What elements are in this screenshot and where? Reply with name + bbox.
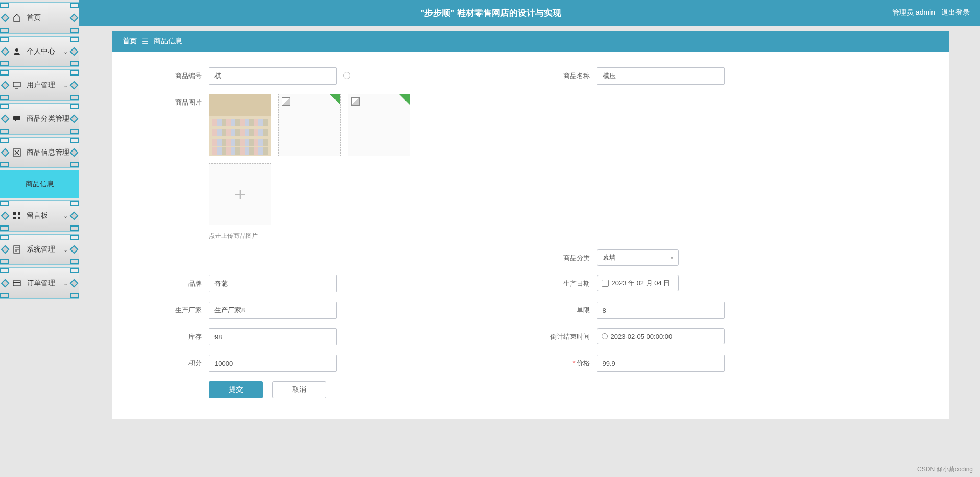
nav-order-mgmt[interactable]: 订单管理 ⌄	[0, 267, 79, 299]
label-prod-date: 生产日期	[546, 275, 590, 288]
input-price[interactable]	[597, 355, 725, 372]
app-title: "步步顺" 鞋材零售网店的设计与实现	[89, 7, 892, 19]
header: "步步顺" 鞋材零售网店的设计与实现 管理员 admin 退出登录	[0, 0, 980, 26]
label-points: 积分	[158, 355, 202, 368]
input-product-no[interactable]	[209, 67, 337, 85]
svg-rect-9	[13, 281, 20, 286]
breadcrumb-current: 商品信息	[154, 37, 182, 46]
svg-rect-7	[18, 217, 20, 219]
label-product-img: 商品图片	[158, 94, 202, 107]
calendar-icon	[602, 280, 609, 287]
chat-icon	[12, 114, 21, 123]
label-product-no: 商品编号	[158, 67, 202, 81]
breadcrumb: 首页 ☰ 商品信息	[112, 31, 949, 52]
svg-point-0	[15, 48, 18, 52]
label-stock: 库存	[158, 328, 202, 341]
input-stock[interactable]	[209, 328, 337, 345]
nav-sub-label: 商品信息	[26, 180, 54, 189]
product-image-1[interactable]	[209, 94, 271, 156]
nav-message-board[interactable]: 留言板 ⌄	[0, 200, 79, 232]
input-manufacturer[interactable]	[209, 302, 337, 319]
nav-label: 用户管理	[27, 81, 55, 90]
chevron-down-icon: ⌄	[63, 82, 68, 89]
label-category: 商品分类	[546, 249, 590, 263]
product-image-2-uploading[interactable]	[278, 94, 341, 156]
label-brand: 品牌	[158, 275, 202, 288]
product-image-3-uploading[interactable]	[348, 94, 410, 156]
nav-user-mgmt[interactable]: 用户管理 ⌄	[0, 69, 79, 101]
input-points[interactable]	[209, 355, 337, 372]
nav-label: 个人中心	[27, 47, 55, 56]
admin-label[interactable]: 管理员 admin	[892, 8, 935, 17]
input-limit[interactable]	[597, 302, 725, 319]
svg-rect-6	[13, 217, 16, 219]
input-product-name[interactable]	[597, 67, 725, 85]
sidebar: 首页 个人中心 ⌄ 用户管理 ⌄ 商品分类管理 ⌄ 商品信息管理 ⌃ 商品信息 …	[0, 0, 79, 439]
label-product-name: 商品名称	[546, 67, 590, 81]
breadcrumb-home[interactable]: 首页	[123, 37, 137, 46]
home-icon	[12, 13, 21, 22]
product-form: 商品编号 商品名称 商品图片	[112, 52, 949, 419]
breadcrumb-sep: ☰	[142, 37, 149, 45]
clock-icon	[602, 333, 608, 339]
prod-date-value: 2023 年 02 月 04 日	[612, 279, 671, 288]
upload-hint: 点击上传商品图片	[209, 232, 410, 240]
countdown-value: 2023-02-05 00:00:00	[611, 333, 673, 340]
chevron-down-icon: ⌄	[63, 116, 68, 122]
card-icon	[12, 279, 21, 288]
nav-label: 留言板	[27, 211, 48, 220]
nav-label: 首页	[27, 13, 41, 22]
label-manufacturer: 生产厂家	[158, 302, 202, 315]
svg-rect-5	[18, 212, 20, 215]
chevron-down-icon: ▾	[671, 255, 673, 261]
label-price: *价格	[546, 355, 590, 368]
svg-rect-4	[13, 212, 16, 215]
main-content: 首页 ☰ 商品信息 商品编号 商品名称 商品图片	[82, 31, 980, 439]
nav-home[interactable]: 首页	[0, 2, 79, 34]
input-prod-date[interactable]: 2023 年 02 月 04 日	[597, 275, 679, 291]
chevron-down-icon: ⌄	[63, 280, 68, 287]
nav-sub-product-info[interactable]: 商品信息	[0, 170, 79, 198]
chevron-down-icon: ⌄	[63, 213, 68, 219]
input-brand[interactable]	[209, 275, 337, 292]
svg-rect-1	[13, 82, 20, 87]
chevron-down-icon: ⌄	[63, 48, 68, 55]
label-countdown: 倒计结束时间	[546, 328, 590, 341]
nav-category-mgmt[interactable]: 商品分类管理 ⌄	[0, 103, 79, 135]
label-limit: 单限	[546, 302, 590, 315]
monitor-icon	[12, 81, 21, 90]
close-box-icon	[12, 148, 21, 157]
nav-label: 订单管理	[27, 279, 55, 288]
nav-personal-center[interactable]: 个人中心 ⌄	[0, 36, 79, 67]
svg-rect-2	[13, 116, 20, 120]
input-countdown[interactable]: 2023-02-05 00:00:00	[597, 328, 725, 344]
select-category[interactable]: 幕墙 ▾	[597, 249, 679, 266]
submit-button[interactable]: 提交	[209, 381, 263, 398]
grid-icon	[12, 211, 21, 220]
nav-system-mgmt[interactable]: 系统管理 ⌄	[0, 234, 79, 265]
radio-icon[interactable]	[343, 72, 350, 79]
doc-icon	[12, 245, 21, 254]
add-image-button[interactable]: +	[209, 163, 271, 225]
chevron-up-icon: ⌃	[63, 149, 68, 156]
user-icon	[12, 47, 21, 56]
cancel-button[interactable]: 取消	[272, 381, 326, 398]
svg-rect-10	[13, 282, 20, 283]
select-category-value: 幕墙	[603, 253, 616, 262]
nav-label: 系统管理	[27, 245, 55, 254]
nav-product-info-mgmt[interactable]: 商品信息管理 ⌃	[0, 137, 79, 168]
logout-link[interactable]: 退出登录	[941, 8, 970, 17]
chevron-down-icon: ⌄	[63, 246, 68, 253]
